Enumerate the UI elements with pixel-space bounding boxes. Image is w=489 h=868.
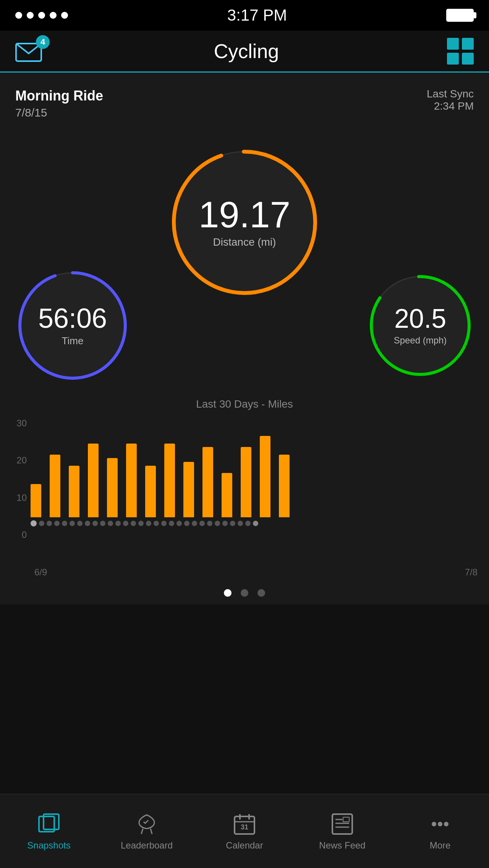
signal-dot <box>61 12 68 19</box>
svg-point-19 <box>432 822 436 826</box>
snapshots-icon <box>37 812 61 836</box>
page-title: Cycling <box>46 40 447 63</box>
timeline-dot <box>54 521 60 526</box>
main-content: Morning Ride 7/8/15 Last Sync 2:34 PM 19… <box>0 73 489 398</box>
distance-gauge: 19.17 Distance (mi) <box>168 146 321 299</box>
svg-rect-18 <box>343 817 349 822</box>
time-value: 56:06 <box>38 304 107 332</box>
timeline-dot <box>230 521 235 526</box>
nav-more[interactable]: More <box>391 794 489 868</box>
battery-icon <box>446 9 474 22</box>
svg-point-21 <box>444 822 449 826</box>
chart-bar <box>107 458 118 517</box>
nav-snapshots[interactable]: Snapshots <box>0 794 98 868</box>
timeline-dot <box>131 521 136 526</box>
chart-bar <box>183 462 194 517</box>
timeline-dot <box>192 521 197 526</box>
chart-bar <box>145 466 156 517</box>
timeline-dot <box>123 521 128 526</box>
chart-bar <box>279 455 290 517</box>
chart-bar <box>241 447 251 517</box>
timeline-dot <box>62 521 67 526</box>
gauges-area: 19.17 Distance (mi) 56:06 Time <box>15 131 474 398</box>
nav-label-snapshots: Snapshots <box>27 840 70 851</box>
x-label-end: 7/8 <box>465 567 478 578</box>
chart-x-axis: 6/9 7/8 <box>31 567 481 578</box>
grid-square <box>462 38 474 50</box>
timeline-dot <box>92 521 98 526</box>
time-label: Time <box>62 335 84 347</box>
nav-label-more: More <box>430 840 451 851</box>
nav-label-newsfeed: News Feed <box>319 840 365 851</box>
timeline-dot <box>169 521 174 526</box>
status-time: 3:17 PM <box>227 6 287 24</box>
x-label-start: 6/9 <box>34 567 47 578</box>
timeline-dot <box>245 521 251 526</box>
timeline-dot <box>176 521 182 526</box>
chart-bar <box>222 473 232 517</box>
app-header: 4 Cycling <box>0 31 489 73</box>
bottom-nav: Snapshots Leaderboard 31 Calendar <box>0 794 489 868</box>
signal-dot <box>50 12 57 19</box>
page-dot-2[interactable] <box>241 589 248 597</box>
page-dot-3[interactable] <box>257 589 265 597</box>
nav-leaderboard[interactable]: Leaderboard <box>98 794 196 868</box>
signal-dot <box>15 12 22 19</box>
timeline-dot <box>47 521 52 526</box>
timeline-dot <box>100 521 105 526</box>
nav-newsfeed[interactable]: News Feed <box>293 794 391 868</box>
leaderboard-icon <box>134 812 159 836</box>
sync-info: Last Sync 2:34 PM <box>427 88 474 112</box>
timeline-dot <box>207 521 212 526</box>
grid-icon-button[interactable] <box>447 38 474 65</box>
chart-bar <box>260 436 270 517</box>
timeline-dot <box>238 521 243 526</box>
svg-point-20 <box>438 822 442 826</box>
timeline-dot <box>253 521 258 526</box>
chart-bar <box>202 447 213 517</box>
chart-bar <box>126 444 137 517</box>
timeline-dot <box>115 521 121 526</box>
svg-text:31: 31 <box>241 823 248 831</box>
timeline-dot <box>199 521 205 526</box>
timeline-dot <box>108 521 113 526</box>
signal-dot <box>27 12 34 19</box>
signal-dot <box>38 12 45 19</box>
y-label-10: 10 <box>8 492 27 503</box>
grid-square <box>462 53 474 65</box>
grid-square <box>447 53 459 65</box>
speed-gauge: 20.5 Speed (mph) <box>367 272 474 379</box>
chart-bar <box>50 455 60 517</box>
y-label-0: 0 <box>8 530 27 540</box>
nav-calendar[interactable]: 31 Calendar <box>196 794 293 868</box>
distance-label: Distance (mi) <box>213 236 276 248</box>
timeline-dot <box>184 521 189 526</box>
status-bar: 3:17 PM <box>0 0 489 31</box>
ride-name: Morning Ride <box>15 88 103 104</box>
chart-container: 30 20 10 0 <box>8 418 481 563</box>
chart-bar <box>88 444 99 517</box>
chart-bar <box>69 466 79 517</box>
chart-bar <box>31 484 41 517</box>
timeline-dots <box>31 517 481 530</box>
chart-y-labels: 30 20 10 0 <box>8 418 27 563</box>
newsfeed-icon <box>330 812 355 836</box>
page-indicators <box>0 578 489 604</box>
signal-dots <box>15 12 68 19</box>
time-gauge: 56:06 Time <box>15 268 130 383</box>
inbox-button[interactable]: 4 <box>15 39 46 63</box>
speed-label: Speed (mph) <box>394 335 447 346</box>
timeline-dot <box>146 521 151 526</box>
notification-badge: 4 <box>36 35 50 49</box>
speed-value: 20.5 <box>394 305 446 332</box>
timeline-dot <box>222 521 228 526</box>
distance-value: 19.17 <box>199 196 290 233</box>
sync-label: Last Sync <box>427 88 474 100</box>
chart-bars <box>31 418 481 517</box>
nav-label-calendar: Calendar <box>226 840 263 851</box>
timeline-dot <box>85 521 90 526</box>
timeline-dot <box>161 521 167 526</box>
page-dot-1[interactable] <box>224 589 232 597</box>
ride-info: Morning Ride 7/8/15 Last Sync 2:34 PM <box>15 88 474 119</box>
calendar-icon: 31 <box>232 812 257 836</box>
